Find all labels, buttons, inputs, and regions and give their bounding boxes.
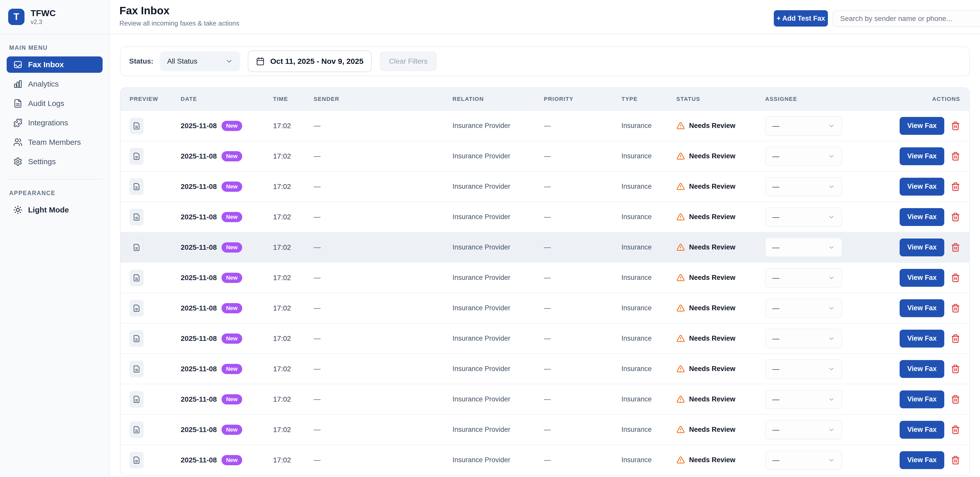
add-test-fax-button[interactable]: + Add Test Fax — [774, 10, 828, 27]
delete-fax-button[interactable] — [951, 364, 960, 373]
preview-button[interactable] — [130, 148, 143, 164]
chevron-down-icon — [828, 183, 835, 190]
assignee-select[interactable]: — — [765, 268, 842, 287]
assignee-cell: — — [765, 147, 852, 166]
column-header-relation: RELATION — [452, 96, 544, 102]
light-mode-toggle[interactable]: Light Mode — [6, 202, 103, 218]
view-fax-button[interactable]: View Fax — [900, 330, 944, 348]
preview-button[interactable] — [130, 421, 143, 438]
gear-icon — [13, 157, 22, 166]
status-badge: Needs Review — [689, 243, 735, 251]
chevron-down-icon — [828, 396, 835, 403]
view-fax-button[interactable]: View Fax — [900, 178, 944, 196]
preview-button[interactable] — [130, 361, 143, 377]
status-filter-label: Status: — [129, 57, 153, 65]
calendar-icon — [256, 57, 265, 65]
assignee-select[interactable]: — — [765, 238, 842, 257]
assignee-select[interactable]: — — [765, 420, 842, 439]
document-icon — [133, 426, 140, 434]
date-cell: 2025-11-08 New — [181, 151, 273, 161]
fax-type: Insurance — [621, 213, 676, 221]
date-range-picker[interactable]: Oct 11, 2025 - Nov 9, 2025 — [248, 51, 372, 72]
actions-cell: View Fax — [852, 360, 960, 378]
preview-cell — [130, 361, 181, 377]
preview-button[interactable] — [130, 391, 143, 408]
sidebar-item-settings[interactable]: Settings — [6, 153, 103, 170]
preview-button[interactable] — [130, 330, 143, 347]
delete-fax-button[interactable] — [951, 456, 960, 465]
delete-fax-button[interactable] — [951, 395, 960, 404]
view-fax-button[interactable]: View Fax — [900, 421, 944, 439]
preview-button[interactable] — [130, 300, 143, 316]
view-fax-button[interactable]: View Fax — [900, 360, 944, 378]
fax-date: 2025-11-08 — [181, 243, 217, 252]
delete-fax-button[interactable] — [951, 182, 960, 191]
sidebar: T TFWC v2.3 MAIN MENU Fax Inbox Analytic… — [0, 0, 110, 477]
assignee-select[interactable]: — — [765, 298, 842, 318]
sidebar-item-team-members[interactable]: Team Members — [6, 134, 103, 150]
delete-fax-button[interactable] — [951, 425, 960, 434]
delete-fax-button[interactable] — [951, 121, 960, 131]
view-fax-button[interactable]: View Fax — [900, 391, 944, 408]
table-row: 2025-11-08 New 17:02 — Insurance Provide… — [121, 293, 969, 323]
assignee-select[interactable]: — — [765, 450, 842, 470]
main-content: Fax Inbox Review all incoming faxes & ta… — [110, 0, 980, 475]
delete-fax-button[interactable] — [951, 273, 960, 282]
actions-cell: View Fax — [852, 421, 960, 439]
assignee-cell: — — [765, 329, 852, 348]
table-row: 2025-11-08 New 17:02 — Insurance Provide… — [121, 384, 969, 414]
assignee-select[interactable]: — — [765, 177, 842, 196]
document-icon — [133, 244, 140, 251]
alert-triangle-icon — [676, 304, 685, 313]
assignee-select[interactable]: — — [765, 116, 842, 136]
assignee-select[interactable]: — — [765, 329, 842, 348]
alert-triangle-icon — [676, 152, 685, 161]
status-filter-select[interactable]: All Status — [160, 51, 240, 71]
view-fax-button[interactable]: View Fax — [900, 147, 944, 165]
table-row: 2025-11-08 New 17:02 — Insurance Provide… — [121, 262, 969, 293]
delete-fax-button[interactable] — [951, 212, 960, 222]
view-fax-button[interactable]: View Fax — [900, 117, 944, 135]
view-fax-button[interactable]: View Fax — [900, 238, 944, 256]
date-cell: 2025-11-08 New — [181, 121, 273, 131]
view-fax-button[interactable]: View Fax — [900, 451, 944, 469]
column-header-priority: PRIORITY — [544, 96, 621, 102]
search-input[interactable] — [832, 10, 980, 27]
delete-fax-button[interactable] — [951, 152, 960, 161]
sidebar-item-integrations[interactable]: Integrations — [6, 115, 103, 131]
assignee-select[interactable]: — — [765, 207, 842, 227]
preview-button[interactable] — [130, 209, 143, 225]
assignee-select[interactable]: — — [765, 359, 842, 379]
view-fax-button[interactable]: View Fax — [900, 299, 944, 317]
fax-time: 17:02 — [273, 426, 313, 434]
main-menu: Fax Inbox Analytics Audit Logs Integrati… — [0, 56, 109, 170]
preview-button[interactable] — [130, 179, 143, 195]
document-icon — [133, 335, 140, 343]
assignee-select[interactable]: — — [765, 147, 842, 166]
chevron-down-icon — [828, 214, 835, 221]
sidebar-item-fax-inbox[interactable]: Fax Inbox — [6, 56, 103, 73]
fax-priority: — — [544, 183, 621, 190]
date-cell: 2025-11-08 New — [181, 394, 273, 405]
preview-button[interactable] — [130, 118, 143, 134]
view-fax-button[interactable]: View Fax — [900, 208, 944, 226]
actions-cell: View Fax — [852, 117, 960, 135]
sidebar-item-audit-logs[interactable]: Audit Logs — [6, 95, 103, 112]
delete-fax-button[interactable] — [951, 243, 960, 252]
delete-fax-button[interactable] — [951, 334, 960, 343]
view-fax-button[interactable]: View Fax — [900, 269, 944, 287]
chevron-down-icon — [225, 57, 233, 65]
date-cell: 2025-11-08 New — [181, 455, 273, 465]
new-badge: New — [221, 242, 242, 252]
preview-button[interactable] — [130, 270, 143, 286]
assignee-cell: — — [765, 238, 852, 257]
assignee-select[interactable]: — — [765, 390, 842, 409]
inbox-icon — [13, 60, 22, 69]
delete-fax-button[interactable] — [951, 304, 960, 313]
clear-filters-button[interactable]: Clear Filters — [380, 51, 437, 71]
preview-button[interactable] — [130, 452, 143, 468]
alert-triangle-icon — [676, 273, 685, 282]
sidebar-item-analytics[interactable]: Analytics — [6, 76, 103, 92]
preview-button[interactable] — [130, 239, 143, 255]
trash-icon — [951, 212, 960, 222]
